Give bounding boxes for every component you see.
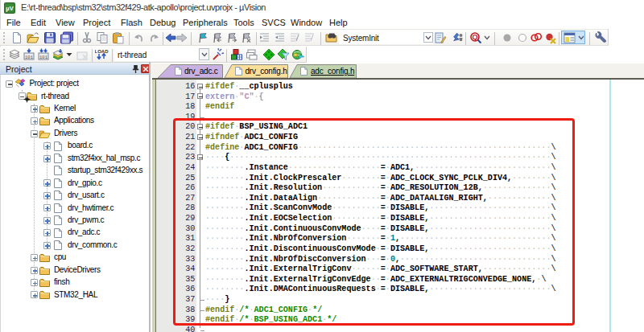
svg-text:µV: µV [6, 5, 13, 12]
svg-text:Q: Q [472, 33, 477, 41]
svg-text:LOAD: LOAD [95, 49, 109, 54]
svg-text:101: 101 [39, 55, 48, 60]
svg-text:101: 101 [25, 55, 34, 60]
